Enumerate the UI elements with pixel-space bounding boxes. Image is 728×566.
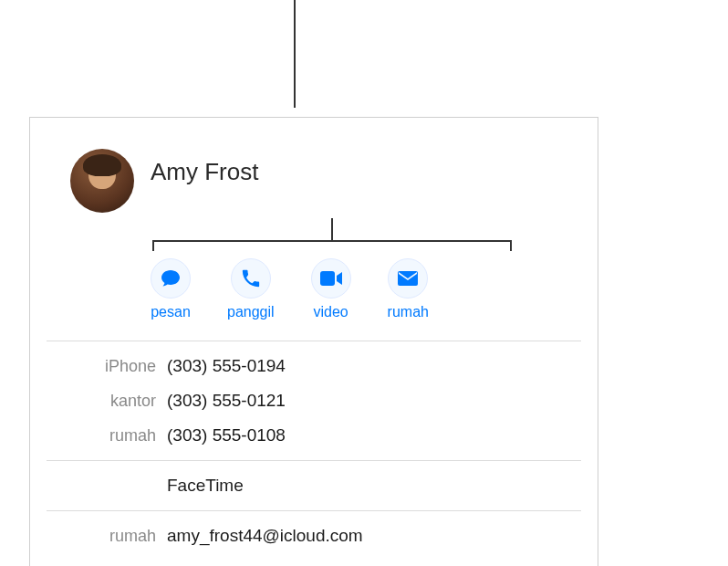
quick-actions: pesan panggil video rumah — [30, 251, 598, 341]
video-label: video — [313, 304, 348, 320]
contact-header: Amy Frost — [30, 118, 598, 213]
message-button[interactable]: pesan — [151, 258, 191, 320]
email-label: rumah — [30, 527, 167, 546]
contact-card: Amy Frost pesan panggil — [29, 117, 598, 566]
facetime-section: FaceTime — [30, 461, 598, 510]
video-icon — [311, 258, 351, 299]
phone-label: iPhone — [30, 357, 167, 376]
mail-icon — [388, 258, 428, 299]
phone-value: (303) 555-0108 — [167, 425, 286, 445]
email-value: amy_frost44@icloud.com — [167, 526, 363, 546]
phone-label: rumah — [30, 426, 167, 445]
message-label: pesan — [151, 304, 191, 320]
mail-button[interactable]: rumah — [388, 258, 429, 320]
phone-value: (303) 555-0194 — [167, 356, 286, 376]
facetime-row[interactable]: FaceTime — [30, 468, 598, 503]
message-icon — [151, 258, 191, 299]
mail-label: rumah — [388, 304, 429, 320]
phone-value: (303) 555-0121 — [167, 391, 286, 411]
annotation-callout-stem — [294, 0, 296, 108]
email-section: rumah amy_frost44@icloud.com — [30, 511, 598, 561]
call-button[interactable]: panggil — [227, 258, 275, 320]
phone-label: kantor — [30, 392, 167, 411]
phone-row[interactable]: iPhone (303) 555-0194 — [30, 349, 598, 383]
email-row[interactable]: rumah amy_frost44@icloud.com — [30, 519, 598, 553]
svg-rect-0 — [320, 271, 335, 286]
facetime-label: FaceTime — [167, 476, 244, 496]
phone-row[interactable]: rumah (303) 555-0108 — [30, 418, 598, 453]
phone-icon — [231, 258, 271, 299]
phone-section: iPhone (303) 555-0194 kantor (303) 555-0… — [30, 341, 598, 460]
avatar[interactable] — [70, 149, 134, 213]
call-label: panggil — [227, 304, 275, 320]
annotation-bracket — [152, 229, 512, 251]
contact-name: Amy Frost — [151, 158, 258, 186]
phone-row[interactable]: kantor (303) 555-0121 — [30, 383, 598, 418]
video-button[interactable]: video — [311, 258, 351, 320]
